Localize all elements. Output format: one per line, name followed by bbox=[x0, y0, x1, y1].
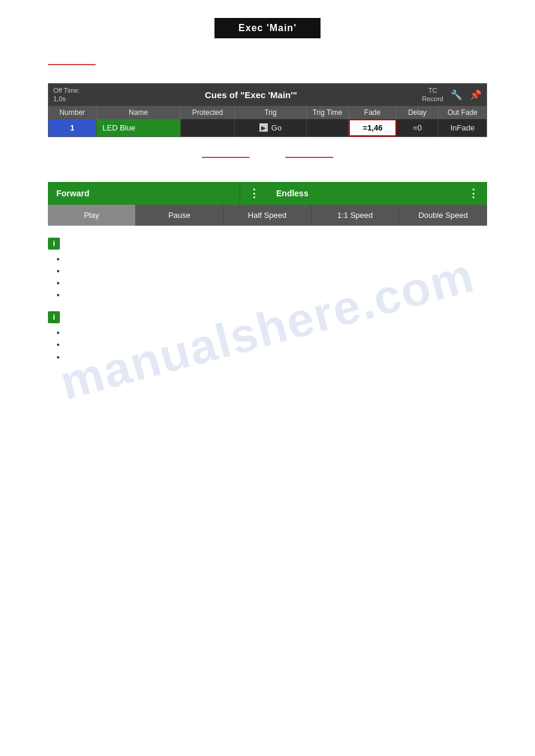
mid-link-2[interactable]: ___________ bbox=[286, 149, 334, 158]
col-name: Name bbox=[96, 106, 181, 119]
list-item bbox=[66, 340, 487, 349]
cell-delay: =0 bbox=[397, 119, 439, 136]
tc-record-label: TCRecord bbox=[422, 86, 443, 104]
col-trig-time: Trig Time bbox=[307, 106, 349, 119]
info-row-1: i bbox=[48, 238, 487, 250]
cell-fade: =1,46 bbox=[349, 119, 397, 136]
list-item-yellow bbox=[66, 353, 487, 362]
cues-section: Off Time:1,0s Cues of "Exec 'Main'" TCRe… bbox=[48, 83, 487, 137]
pin-icon[interactable]: 📌 bbox=[470, 89, 482, 101]
half-speed-button[interactable]: Half Speed bbox=[223, 205, 312, 226]
trig-label: Go bbox=[271, 123, 282, 132]
info-row-2: i bbox=[48, 311, 487, 323]
top-link[interactable]: ___________ bbox=[48, 56, 96, 65]
mid-link-1[interactable]: ___________ bbox=[202, 149, 250, 158]
table-row[interactable]: 1 LED Blue ▶ Go =1,46 =0 InFade bbox=[49, 119, 486, 136]
list-item bbox=[66, 328, 487, 337]
cell-name: LED Blue bbox=[96, 119, 181, 136]
cues-title: Cues of "Exec 'Main'" bbox=[80, 90, 422, 100]
cell-trig: ▶ Go bbox=[235, 119, 307, 136]
col-number: Number bbox=[49, 106, 96, 119]
pause-button[interactable]: Pause bbox=[136, 205, 224, 226]
col-delay: Delay bbox=[397, 106, 439, 119]
playback-left-menu-button[interactable]: ⋮ bbox=[240, 182, 268, 205]
playback-header: Forward ⋮ Endless ⋮ bbox=[48, 182, 487, 205]
cues-panel: Off Time:1,0s Cues of "Exec 'Main'" TCRe… bbox=[48, 83, 487, 137]
list-item bbox=[66, 278, 487, 287]
info-icon-2[interactable]: i bbox=[48, 311, 60, 323]
playback-buttons-row: Play Pause Half Speed 1:1 Speed Double S… bbox=[48, 205, 487, 226]
list-item bbox=[66, 254, 487, 263]
col-protected: Protected bbox=[181, 106, 235, 119]
cues-header-controls: TCRecord 🔧 📌 bbox=[422, 86, 482, 104]
info-section-1: i bbox=[48, 238, 487, 299]
cell-out-fade: InFade bbox=[439, 119, 486, 136]
double-speed-button[interactable]: Double Speed bbox=[399, 205, 487, 226]
link-area: ___________ bbox=[0, 44, 535, 71]
one-to-one-speed-button[interactable]: 1:1 Speed bbox=[312, 205, 400, 226]
trig-arrow-icon: ▶ bbox=[259, 123, 268, 132]
playback-section: Forward ⋮ Endless ⋮ Play Pause Half Spee… bbox=[48, 182, 487, 226]
list-item bbox=[66, 266, 487, 275]
playback-mode-label: Endless bbox=[268, 182, 460, 205]
play-button[interactable]: Play bbox=[48, 205, 136, 226]
wrench-icon[interactable]: 🔧 bbox=[451, 89, 463, 101]
cell-trig-time bbox=[307, 119, 349, 136]
bullet-list-2 bbox=[66, 328, 487, 349]
playback-direction-label: Forward bbox=[48, 182, 240, 205]
info-section-2: i bbox=[48, 311, 487, 362]
col-fade: Fade bbox=[349, 106, 397, 119]
cues-off-time: Off Time:1,0s bbox=[53, 86, 80, 104]
col-out-fade: Out Fade bbox=[439, 106, 486, 119]
cues-panel-header: Off Time:1,0s Cues of "Exec 'Main'" TCRe… bbox=[49, 84, 486, 106]
playback-right-menu-button[interactable]: ⋮ bbox=[460, 182, 487, 205]
list-item bbox=[66, 290, 487, 299]
cues-column-headers: Number Name Protected Trig Trig Time Fad… bbox=[49, 106, 486, 119]
bullet-list-yellow bbox=[66, 353, 487, 362]
top-bar: Exec 'Main' bbox=[0, 0, 535, 44]
col-trig: Trig bbox=[235, 106, 307, 119]
cell-protected bbox=[181, 119, 235, 136]
cell-number: 1 bbox=[49, 119, 96, 136]
bullet-list-1 bbox=[66, 254, 487, 299]
mid-links: ___________ ___________ bbox=[0, 149, 535, 158]
top-title: Exec 'Main' bbox=[214, 18, 321, 38]
info-icon-1[interactable]: i bbox=[48, 238, 60, 250]
